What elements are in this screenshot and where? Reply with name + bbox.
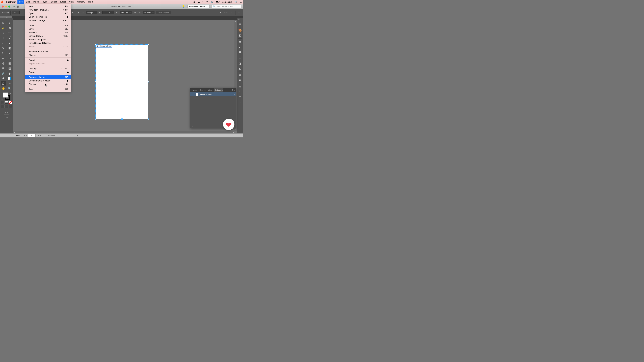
graphic-styles-panel-icon[interactable]: ▣ [238,77,242,82]
close-window[interactable] [2,5,4,7]
first-artboard-icon[interactable]: I◂ [24,134,25,137]
artboard-row[interactable]: 1Iphone ad copy▢ [190,92,236,96]
zoom-control[interactable]: 33.33% ⌄ [14,134,22,137]
gradient-panel-icon[interactable]: ◨ [238,61,242,66]
curvature-tool[interactable]: 〰 [7,31,12,35]
zoom-tool[interactable]: 🔍 [7,86,12,90]
transparency-panel-icon[interactable]: ◐ [238,66,242,71]
menu-item-save-as-template[interactable]: Save as Template... [25,38,70,41]
status-menu-icon[interactable]: ▸ [77,134,78,137]
volume-icon[interactable]: 🔊 [211,1,214,3]
link-wh-icon[interactable]: ⛓ [133,10,138,15]
artboard-index[interactable]: 1 [27,134,36,137]
workspace-switcher[interactable]: Essentials Classic ⌄ [188,5,210,8]
swatches-panel-icon[interactable]: ▦ [238,39,242,44]
graph-tool[interactable]: 📊 [7,76,12,80]
menu-item-file-info[interactable]: File Info...⌥⇧⌘I [25,82,70,86]
scroll-left-icon[interactable]: ◂ [13,131,16,133]
collapse-tools-icon[interactable]: ◀◀ [0,18,13,20]
menu-view[interactable]: View [68,0,76,4]
magic-wand-tool[interactable]: ✨ [1,26,6,30]
artboard-nav-icon[interactable]: ▸▯▸ [224,10,228,15]
eraser-tool[interactable]: ◧ [7,46,12,50]
menu-type[interactable]: Type [41,0,49,4]
menu-item-export[interactable]: Export▶ [25,58,70,62]
shaper-tool[interactable]: ✎ [1,46,6,50]
apple-menu[interactable]: 🍎 [0,0,4,3]
adobe-stock-search[interactable]: 🔍 Search Adobe Stock [212,5,241,8]
preset-dropdown[interactable]: A4 ⌄ [12,11,20,14]
draw-inside[interactable] [8,105,12,108]
scroll-right-icon[interactable]: ▸ [232,131,234,133]
arrange-documents[interactable]: ▦ [16,5,19,8]
menu-item-scripts[interactable]: Scripts▶ [25,70,70,74]
menu-item-document-color-mode[interactable]: Document Color Mode▶ [25,79,70,82]
battery-icon[interactable] [216,1,220,3]
lasso-tool[interactable]: ⟲ [7,26,12,30]
rotate-tool[interactable]: ↻ [1,51,6,55]
artboard-tool[interactable]: ▢ [1,81,6,85]
menu-object[interactable]: Object [31,0,41,4]
menu-edit[interactable]: Edit [24,0,31,4]
draw-normal[interactable] [1,105,4,108]
menu-item-document-setup[interactable]: Document Setup...⌥⌘P [25,75,70,79]
swap-fill-stroke-icon[interactable]: ⇄ [10,92,12,94]
brushes-panel-icon[interactable]: 🖌 [238,44,242,49]
menu-help[interactable]: Help [86,0,94,4]
layers-panel-icon[interactable]: ◈ [238,84,242,89]
artboard-options-icon[interactable]: ▦ [218,10,222,15]
rearrange-icon[interactable]: ⤭ [192,125,193,127]
menu-item-save-as[interactable]: Save As...⇧⌘S [25,31,70,34]
rectangle-tool[interactable]: ▭ [1,41,6,45]
menu-item-open-recent-files[interactable]: Open Recent Files▶ [25,15,70,18]
chevron-down-icon[interactable]: ⌄ [230,10,234,15]
artboard[interactable] [96,45,148,119]
selection-tool[interactable] [1,21,6,25]
menu-item-save[interactable]: Save⌘S [25,27,70,31]
default-fill-stroke-icon[interactable]: ◻ [2,98,3,100]
symbol-sprayer-tool[interactable]: ✱ [1,76,6,80]
scroll-up-icon[interactable]: ▴ [234,20,237,22]
menu-effect[interactable]: Effect [58,0,68,4]
rearrange-all-button[interactable]: Rearrange All [156,11,171,14]
app-name[interactable]: Illustrator [4,1,18,3]
menu-window[interactable]: Window [76,0,86,4]
slice-tool[interactable]: ✂ [7,81,12,85]
eyedropper-tool[interactable]: 💉 [1,71,6,75]
menu-select[interactable]: Select [49,0,58,4]
next-artboard-icon[interactable]: ▸ [38,134,40,137]
draw-behind[interactable] [5,105,8,108]
menu-item-print[interactable]: Print...⌘P [25,87,70,91]
resize-handle[interactable] [122,118,122,120]
artboards-panel-icon[interactable]: ▢ [238,99,242,104]
panel-tab-layers[interactable]: Layers [190,88,198,92]
grid-align-icon[interactable]: ▦ [76,10,80,15]
control-center-icon[interactable]: ☰ [240,1,242,3]
screen-mode[interactable]: ▭ [4,110,9,115]
color-mode-none[interactable] [8,101,12,104]
panel-menu-icon[interactable]: ≡ [237,10,241,15]
appearance-panel-icon[interactable]: ◉ [238,72,242,77]
panel-menu-icon[interactable]: ≡ [234,89,235,91]
last-artboard-icon[interactable]: ▸I [40,134,42,137]
pen-tool[interactable]: ✒ [1,31,6,35]
align-panel-icon[interactable]: ▭ [238,94,242,99]
chevron-down-icon[interactable]: ⌄ [36,134,38,137]
minimize-window[interactable] [5,5,7,7]
symbols-panel-icon[interactable]: ✿ [238,49,242,54]
horizontal-scrollbar[interactable]: ◂ ▸ [13,131,234,133]
prev-artboard-icon[interactable]: ◂ [26,134,27,137]
wifi-icon[interactable] [206,1,208,3]
scale-tool[interactable]: ⤢ [7,51,12,55]
paintbrush-tool[interactable]: 🖌 [7,41,12,45]
fill-swatch[interactable] [3,92,8,97]
direct-selection-tool[interactable] [7,21,12,25]
y-input[interactable] [102,11,114,14]
expand-panels-icon[interactable]: ◀◀ [237,18,243,20]
menu-item-new-from-template[interactable]: New from Template...⇧⌘N [25,8,70,11]
user-name[interactable]: Domestika [222,1,232,3]
h-input[interactable] [143,11,154,14]
menu-item-search-adobe-stock[interactable]: Search Adobe Stock... [25,50,70,53]
color-panel-icon[interactable]: 🎨 [238,28,242,33]
panel-tab-align[interactable]: Align [207,88,214,92]
